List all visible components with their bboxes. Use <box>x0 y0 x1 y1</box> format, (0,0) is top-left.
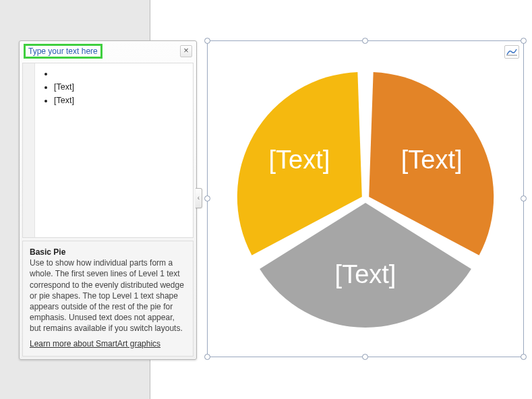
layout-options-icon[interactable] <box>504 45 519 59</box>
text-pane-description: Basic Pie Use to show how individual par… <box>22 241 194 357</box>
list-item[interactable] <box>54 69 187 78</box>
desc-title: Basic Pie <box>30 247 65 257</box>
resize-handle[interactable] <box>521 38 527 44</box>
pie-slice-label: [Text] <box>335 260 396 288</box>
resize-handle[interactable] <box>521 195 527 202</box>
resize-handle[interactable] <box>204 354 210 360</box>
resize-handle[interactable] <box>204 38 210 44</box>
text-pane-header: Type your text here × <box>20 41 196 60</box>
learn-more-link[interactable]: Learn more about SmartArt graphics <box>30 338 160 349</box>
text-pane-body: [Text] [Text] <box>22 63 194 238</box>
text-pane-title: Type your text here <box>28 47 98 56</box>
resize-handle[interactable] <box>362 38 368 44</box>
pie-slice-label: [Text] <box>401 146 463 174</box>
resize-handle[interactable] <box>521 354 527 360</box>
smartart-frame[interactable]: [Text][Text][Text] <box>207 40 524 357</box>
resize-handle[interactable] <box>204 195 210 202</box>
text-pane-list[interactable]: [Text] [Text] <box>35 63 193 237</box>
text-pane-title-highlight: Type your text here <box>24 44 102 59</box>
list-item[interactable]: [Text] <box>54 82 187 92</box>
desc-body: Use to show how individual parts form a … <box>30 258 184 333</box>
pie-slice-label: [Text] <box>268 146 330 174</box>
close-icon[interactable]: × <box>180 45 192 57</box>
basic-pie-chart[interactable]: [Text][Text][Text] <box>231 64 500 334</box>
text-pane-gutter <box>23 63 35 237</box>
collapse-handle-icon[interactable]: ‹ <box>196 188 202 208</box>
resize-handle[interactable] <box>362 354 368 360</box>
smartart-text-pane: Type your text here × [Text] [Text] Basi… <box>19 40 197 360</box>
list-item[interactable]: [Text] <box>54 96 187 105</box>
